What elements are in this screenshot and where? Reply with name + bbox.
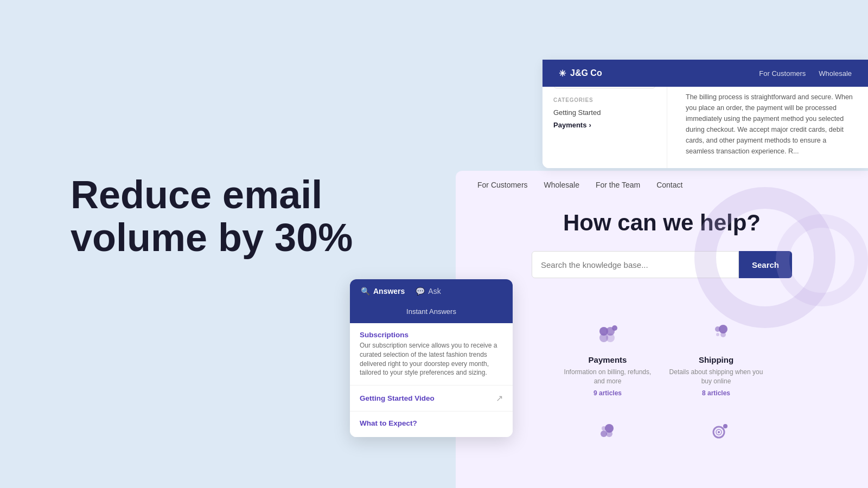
kb-nav-contact[interactable]: Contact [656, 181, 682, 189]
kb-search-input[interactable] [532, 251, 739, 278]
chat-icon: 💬 [416, 287, 425, 296]
kb-card-returns[interactable] [553, 408, 662, 463]
chat-item-subscriptions-desc: Our subscription service allows you to r… [360, 341, 503, 377]
svg-point-6 [715, 326, 720, 332]
brand-name: J&G Co [570, 68, 602, 78]
billing-desc: The billing process is straightforward a… [686, 92, 855, 157]
shipping-card-count: 8 articles [667, 389, 765, 397]
chat-item-subscriptions-title: Subscriptions [360, 331, 503, 339]
svg-point-16 [723, 424, 727, 428]
hero-title: Reduce email volume by 30% [71, 174, 369, 259]
payments-card-count: 9 articles [559, 389, 656, 397]
top-navbar: ✳ J&G Co For Customers Wholesale [542, 60, 868, 87]
kb-nav-team[interactable]: For the Team [596, 181, 640, 189]
chat-item-video-title: Getting Started Video [360, 394, 435, 402]
svg-point-12 [602, 426, 606, 431]
chat-widget: 🔍 Answers 💬 Ask Instant Answers Subscrip… [350, 279, 513, 437]
kb-card-shipping[interactable]: Shipping Details about shipping when you… [662, 311, 770, 408]
payments-icon [559, 322, 656, 349]
kb-nav: For Customers Wholesale For the Team Con… [456, 171, 868, 199]
chat-body: Instant Answers [350, 303, 513, 323]
chat-item-what-to-expect[interactable]: What to Expect? [350, 412, 513, 437]
kb-hero: How can we help? Search [456, 199, 868, 294]
billing-cat-payments[interactable]: Payments › [553, 121, 656, 129]
kb-nav-wholesale[interactable]: Wholesale [544, 181, 579, 189]
navbar-for-customers[interactable]: For Customers [759, 69, 806, 78]
chat-header: 🔍 Answers 💬 Ask [350, 279, 513, 303]
kb-search-button[interactable]: Search [739, 251, 792, 278]
payments-card-desc: Information on billing, refunds, and mor… [559, 368, 656, 386]
kb-card-payments[interactable]: Payments Information on billing, refunds… [553, 311, 662, 408]
kb-nav-customers[interactable]: For Customers [477, 181, 528, 189]
kb-search-bar: Search [532, 251, 792, 278]
shipping-card-title: Shipping [667, 355, 765, 364]
navbar-wholesale[interactable]: Wholesale [819, 69, 852, 78]
svg-point-3 [606, 333, 615, 342]
payments-card-title: Payments [559, 355, 656, 364]
kb-cards-row1: Payments Information on billing, refunds… [456, 294, 868, 408]
navbar-brand: ✳ J&G Co [559, 68, 602, 79]
chat-tab-answers[interactable]: 🔍 Answers [361, 287, 405, 296]
kb-card-account[interactable] [662, 408, 770, 463]
shipping-icon [667, 322, 765, 349]
account-icon [667, 419, 765, 446]
chat-tab-ask[interactable]: 💬 Ask [416, 287, 441, 296]
chevron-right-icon: › [589, 121, 591, 129]
brand-star-icon: ✳ [559, 68, 566, 79]
billing-cat-getting-started[interactable]: Getting Started [553, 108, 656, 117]
svg-point-7 [720, 332, 726, 337]
kb-hero-title: How can we help? [477, 210, 846, 236]
external-link-icon: ↗ [496, 393, 503, 403]
chat-item-expect-title: What to Expect? [360, 419, 503, 427]
navbar-links: For Customers Wholesale [759, 69, 852, 78]
svg-point-4 [612, 325, 617, 331]
search-icon: 🔍 [361, 287, 370, 296]
svg-point-8 [716, 333, 719, 336]
chat-item-getting-started-video[interactable]: Getting Started Video ↗ [350, 386, 513, 412]
categories-label: CATEGORIES [553, 97, 656, 103]
returns-icon [559, 419, 656, 446]
chat-section-label: Instant Answers [361, 307, 502, 316]
chat-item-subscriptions[interactable]: Subscriptions Our subscription service a… [350, 323, 513, 386]
kb-cards-row2 [456, 408, 868, 463]
svg-point-11 [605, 424, 614, 433]
svg-point-15 [718, 431, 720, 433]
hero-section: Reduce email volume by 30% [71, 174, 369, 259]
shipping-card-desc: Details about shipping when you buy onli… [667, 368, 765, 386]
chat-items: Subscriptions Our subscription service a… [350, 323, 513, 437]
knowledge-base-panel: For Customers Wholesale For the Team Con… [456, 171, 868, 488]
